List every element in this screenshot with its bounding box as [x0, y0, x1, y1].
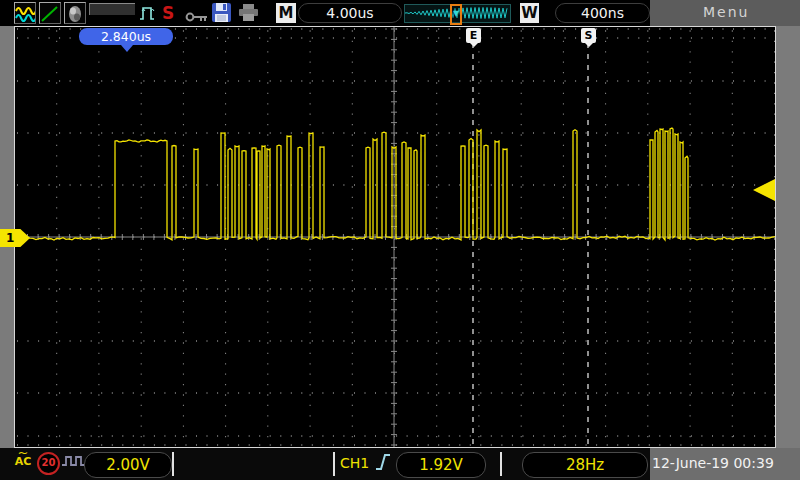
vector-line-icon — [40, 4, 60, 24]
separator — [500, 452, 502, 476]
trigger-position-preview: ▼ — [404, 4, 511, 23]
trigger-frequency-readout: 28Hz — [522, 452, 648, 478]
ac-coupling-icon: ~ AC — [13, 448, 33, 468]
acquire-pulse-icon — [139, 3, 157, 27]
time-cursor-badge[interactable]: 2.840us — [79, 28, 173, 45]
top-status-bar: S M 4.00us — [0, 0, 800, 26]
main-timebase-label: M — [276, 3, 296, 23]
menu-button[interactable]: Menu — [703, 4, 749, 20]
screenshot-button[interactable] — [64, 2, 86, 24]
channel-waves-icon — [15, 4, 35, 24]
right-bezel-strip — [776, 26, 800, 448]
rising-edge-icon — [375, 451, 391, 477]
timebase-readout: 4.00us — [298, 3, 402, 23]
trigger-source-label: CH1 — [340, 455, 369, 471]
blank-indicator — [89, 3, 135, 15]
channel-display-button[interactable] — [14, 2, 36, 24]
waveform-display-area — [14, 26, 776, 448]
display-type-button[interactable] — [39, 2, 61, 24]
stop-state-indicator: S — [162, 2, 174, 24]
key-lock-icon — [185, 8, 209, 27]
window-start-marker[interactable]: S — [581, 28, 596, 43]
trigger-position-marker[interactable]: ▼ — [450, 4, 462, 25]
separator — [333, 452, 335, 476]
trigger-level-readout: 1.92V — [396, 452, 486, 478]
photo-blob-icon — [65, 4, 85, 24]
separator — [172, 452, 174, 476]
window-timebase-readout: 400ns — [555, 3, 650, 23]
trigger-level-arrow[interactable] — [753, 179, 775, 201]
oscilloscope-screen: S M 4.00us — [0, 0, 800, 480]
bandwidth-limit-badge: 20 — [37, 452, 60, 475]
window-timebase-label: W — [520, 3, 539, 23]
save-floppy-icon[interactable] — [211, 2, 232, 27]
window-end-marker[interactable]: E — [466, 28, 481, 43]
square-wave-icon — [61, 453, 85, 472]
datetime-readout: 12-June-19 00:39 — [652, 455, 774, 471]
print-icon — [238, 3, 259, 26]
ch1-volts-per-div-readout: 2.00V — [84, 452, 172, 478]
